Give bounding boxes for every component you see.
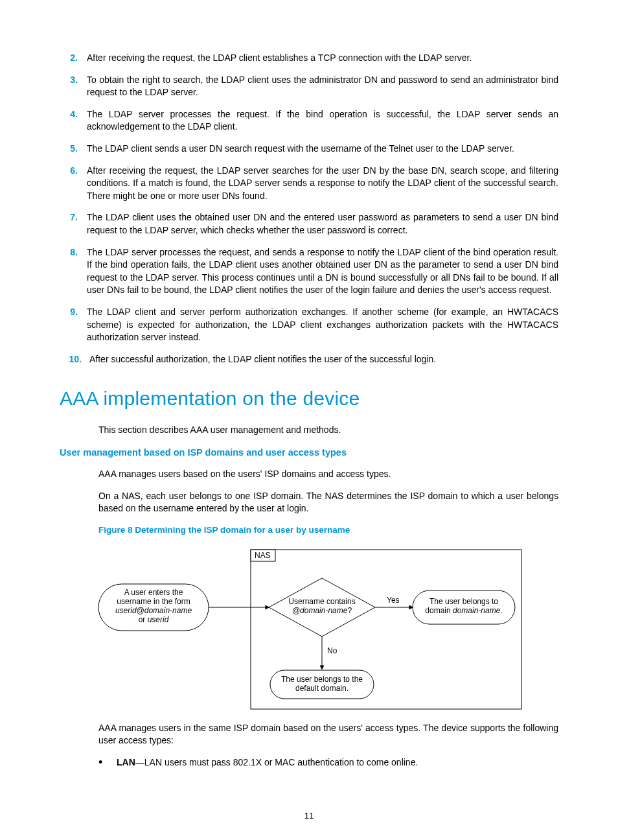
list-item: 7.The LDAP client uses the obtained user… bbox=[60, 211, 558, 237]
item-number: 10. bbox=[60, 353, 89, 366]
svg-text:userid@domain-name: userid@domain-name bbox=[115, 606, 192, 615]
item-text: The LDAP client sends a user DN search r… bbox=[87, 143, 558, 156]
svg-text:domain domain-name.: domain domain-name. bbox=[425, 606, 502, 615]
numbered-list: 2.After receiving the request, the LDAP … bbox=[60, 52, 558, 366]
list-item: 8.The LDAP server processes the request,… bbox=[60, 246, 558, 297]
svg-text:Username contains: Username contains bbox=[288, 597, 355, 606]
list-item: 6.After receiving the request, the LDAP … bbox=[60, 165, 558, 203]
svg-text:The user belongs to the: The user belongs to the bbox=[281, 675, 363, 684]
item-text: After successful authorization, the LDAP… bbox=[89, 353, 558, 366]
bullet-list: • LAN—LAN users must pass 802.1X or MAC … bbox=[98, 756, 558, 769]
list-item: 10.After successful authorization, the L… bbox=[60, 353, 558, 366]
item-text: To obtain the right to search, the LDAP … bbox=[87, 74, 558, 99]
page-number: 11 bbox=[0, 810, 618, 822]
item-text: The LDAP client uses the obtained user D… bbox=[87, 211, 558, 237]
svg-text:A user enters the: A user enters the bbox=[124, 588, 183, 597]
page-content: 2.After receiving the request, the LDAP … bbox=[0, 0, 618, 840]
paragraph: On a NAS, each user belongs to one ISP d… bbox=[98, 490, 558, 515]
svg-text:username in the form: username in the form bbox=[117, 597, 190, 606]
svg-text:or userid: or userid bbox=[139, 615, 169, 624]
item-text: After receiving the request, the LDAP cl… bbox=[87, 52, 558, 65]
svg-text:default domain.: default domain. bbox=[295, 684, 349, 693]
svg-text:The user belongs to: The user belongs to bbox=[429, 597, 498, 606]
list-item: 4.The LDAP server processes the request.… bbox=[60, 108, 558, 134]
subsection-heading: User management based on ISP domains and… bbox=[60, 446, 558, 459]
item-number: 6. bbox=[60, 165, 87, 203]
flowchart-diagram: NAS A user enters the username in the fo… bbox=[95, 548, 523, 710]
svg-text:Yes: Yes bbox=[387, 596, 400, 605]
figure-caption: Figure 8 Determining the ISP domain for … bbox=[98, 524, 558, 537]
svg-text:@domain-name?: @domain-name? bbox=[292, 606, 352, 615]
bullet-dot-icon: • bbox=[98, 756, 117, 769]
list-item: 3.To obtain the right to search, the LDA… bbox=[60, 74, 558, 99]
paragraph: AAA manages users in the same ISP domain… bbox=[98, 722, 558, 747]
paragraph: AAA manages users based on the users' IS… bbox=[98, 468, 558, 481]
intro-paragraph: This section describes AAA user manageme… bbox=[98, 424, 558, 437]
item-text: The LDAP server processes the request, a… bbox=[87, 246, 558, 297]
svg-rect-0 bbox=[251, 550, 521, 709]
list-item: 9.The LDAP client and server perform aut… bbox=[60, 306, 558, 344]
nas-label: NAS bbox=[255, 551, 271, 560]
item-number: 3. bbox=[60, 74, 87, 99]
item-number: 9. bbox=[60, 306, 87, 344]
item-number: 8. bbox=[60, 246, 87, 297]
item-text: The LDAP server processes the request. I… bbox=[87, 108, 558, 134]
svg-text:No: No bbox=[327, 646, 338, 655]
item-number: 4. bbox=[60, 108, 87, 134]
bullet-item: • LAN—LAN users must pass 802.1X or MAC … bbox=[98, 756, 558, 769]
item-text: The LDAP client and server perform autho… bbox=[87, 306, 558, 344]
bullet-text: LAN—LAN users must pass 802.1X or MAC au… bbox=[117, 756, 558, 769]
section-heading: AAA implementation on the device bbox=[60, 385, 558, 412]
item-number: 7. bbox=[60, 211, 87, 237]
list-item: 5.The LDAP client sends a user DN search… bbox=[60, 143, 558, 156]
item-number: 2. bbox=[60, 52, 87, 65]
item-text: After receiving the request, the LDAP se… bbox=[87, 165, 558, 203]
list-item: 2.After receiving the request, the LDAP … bbox=[60, 52, 558, 65]
item-number: 5. bbox=[60, 143, 87, 156]
